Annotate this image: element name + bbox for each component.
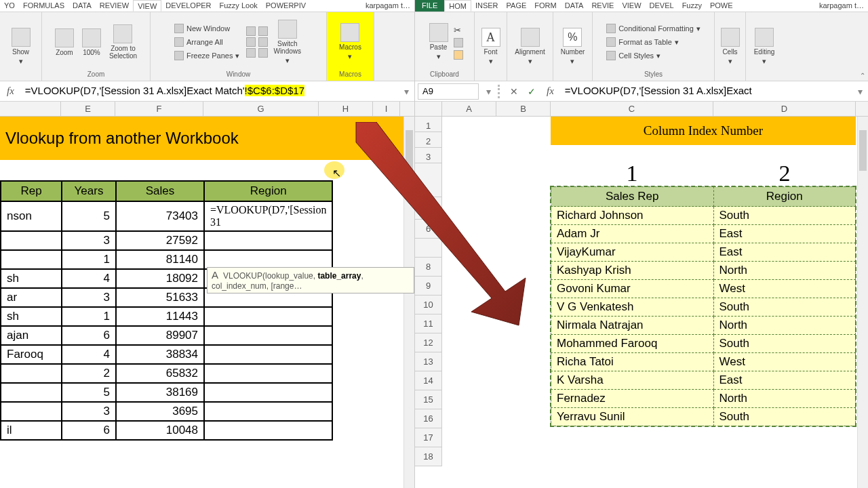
font-button[interactable]: AFont▾ — [479, 26, 503, 67]
cell-region[interactable] — [204, 345, 332, 364]
enter-formula-button[interactable]: ✓ — [525, 86, 538, 97]
number-button[interactable]: %Number▾ — [558, 26, 588, 67]
tab-fuzzy-r[interactable]: Fuzzy — [678, 0, 706, 12]
col-pre[interactable] — [0, 102, 61, 116]
row-num[interactable] — [415, 163, 442, 197]
table-row[interactable]: 33695 — [1, 402, 332, 421]
col-c[interactable]: C — [551, 102, 713, 116]
format-as-table-button[interactable]: Format as Table▾ — [605, 37, 702, 47]
cell-region[interactable] — [204, 421, 332, 440]
editing-button[interactable]: Editing▾ — [751, 26, 778, 67]
tab-data-r[interactable]: DATA — [561, 0, 588, 12]
tab-developer[interactable]: DEVELOPER — [161, 0, 215, 12]
sync-icon[interactable] — [258, 26, 268, 36]
cell-region[interactable] — [204, 307, 332, 326]
zoom-button[interactable]: Zoom — [52, 27, 77, 58]
table-row[interactable]: V G VenkateshSouth — [551, 298, 856, 317]
user-label[interactable]: karpagam t… — [361, 0, 414, 12]
col-d[interactable]: D — [713, 102, 856, 116]
row-num[interactable]: 2 — [415, 132, 442, 148]
row-num[interactable] — [415, 197, 442, 220]
user-label-r[interactable]: karpagam t… — [815, 0, 868, 12]
formula-input-left[interactable]: =VLOOKUP(D7,'[Session 31 A.xlsx]Exact Ma… — [22, 83, 397, 100]
row-num[interactable]: 18 — [415, 447, 442, 466]
tab-view[interactable]: VIEW — [133, 0, 161, 12]
tab-file[interactable]: FILE — [415, 0, 444, 12]
tab-review[interactable]: REVIEW — [96, 0, 133, 12]
row-num[interactable]: 6 — [415, 220, 442, 239]
col-h[interactable]: H — [319, 102, 373, 116]
table-row[interactable]: Yerravu SunilSouth — [551, 408, 856, 426]
new-window-button[interactable]: New Window — [173, 23, 241, 34]
row-num[interactable]: 3 — [415, 148, 442, 163]
split-icon[interactable] — [246, 26, 256, 36]
table-row[interactable]: VijayKumarEast — [551, 243, 856, 262]
row-num[interactable]: 8 — [415, 258, 442, 277]
col-i[interactable]: I — [373, 102, 400, 116]
name-box[interactable] — [418, 83, 479, 100]
sync2-icon[interactable] — [258, 37, 268, 47]
scroll-thumb[interactable] — [406, 130, 413, 171]
table-row[interactable]: 538169 — [1, 383, 332, 402]
table-row[interactable]: Nirmala NatrajanNorth — [551, 317, 856, 335]
table-row[interactable]: Richa TatoiWest — [551, 353, 856, 371]
cell-region[interactable] — [204, 402, 332, 421]
tab-developer-r[interactable]: DEVEL — [646, 0, 678, 12]
table-row[interactable]: sh111443 — [1, 307, 332, 326]
scroll-thumb-r[interactable] — [859, 130, 867, 171]
vertical-scrollbar-right[interactable] — [857, 117, 868, 488]
freeze-panes-button[interactable]: Freeze Panes▾ — [173, 50, 241, 61]
arrange-all-button[interactable]: Arrange All — [173, 37, 241, 47]
tab-view-r[interactable]: VIEW — [618, 0, 645, 12]
cell-region-editing[interactable]: =VLOOKUP(D7,'[Session 31 — [204, 201, 332, 231]
formula-expand[interactable]: ▾ — [401, 86, 412, 97]
select-all-corner[interactable] — [415, 102, 442, 116]
row-num[interactable]: 16 — [415, 409, 442, 428]
fx-button-r[interactable]: fx — [542, 85, 558, 97]
alignment-button[interactable]: Alignment▾ — [512, 26, 547, 67]
table-row[interactable]: FernadezNorth — [551, 390, 856, 408]
tab-home[interactable]: HOM — [444, 0, 471, 12]
sync3-icon[interactable] — [258, 48, 268, 58]
tab-review-r[interactable]: REVIE — [587, 0, 618, 12]
table-row[interactable]: nson573403=VLOOKUP(D7,'[Session 31 — [1, 201, 332, 231]
grid-right[interactable]: 1 2 3 6 8 9 10 11 12 13 14 15 16 17 18 C… — [415, 117, 868, 488]
tab-insert[interactable]: INSER — [471, 0, 502, 12]
cell-region[interactable] — [204, 364, 332, 383]
row-num[interactable]: 9 — [415, 277, 442, 296]
row-num[interactable]: 15 — [415, 390, 442, 409]
tab-data[interactable]: DATA — [68, 0, 96, 12]
cancel-formula-button[interactable]: ✕ — [507, 86, 521, 97]
col-f[interactable]: F — [115, 102, 203, 116]
vertical-scrollbar-left[interactable] — [403, 117, 414, 488]
table-row[interactable]: 265832 — [1, 364, 332, 383]
row-num[interactable]: 17 — [415, 428, 442, 447]
copy-icon[interactable] — [454, 38, 463, 47]
switch-windows-button[interactable]: Switch Windows▾ — [271, 18, 304, 66]
conditional-formatting-button[interactable]: Conditional Formatting▾ — [605, 23, 702, 34]
col-b[interactable]: B — [496, 102, 551, 116]
cell-region[interactable] — [204, 326, 332, 345]
table-row[interactable]: 327592 — [1, 231, 332, 250]
cell-region[interactable] — [204, 383, 332, 402]
zoom-to-selection-button[interactable]: Zoom to Selection — [106, 23, 140, 61]
formula-expand-r[interactable]: ▾ — [854, 86, 865, 97]
lookup-table[interactable]: Sales RepRegion Richard JohnsonSouth Ada… — [551, 186, 856, 426]
hundred-button[interactable]: 100% — [79, 27, 104, 58]
format-painter-icon[interactable] — [454, 50, 463, 60]
table-row[interactable]: Farooq438834 — [1, 345, 332, 364]
tab-yo[interactable]: YO — [0, 0, 19, 12]
row-num[interactable]: 1 — [415, 117, 442, 132]
namebox-dd[interactable]: ▾ — [483, 86, 494, 97]
row-num[interactable]: 14 — [415, 371, 442, 390]
tab-power-r[interactable]: POWE — [706, 0, 737, 12]
macros-button[interactable]: Macros▾ — [336, 22, 364, 62]
col-g[interactable]: G — [203, 102, 319, 116]
tab-powerpivot[interactable]: POWERPIV — [262, 0, 310, 12]
row-num[interactable]: 12 — [415, 333, 442, 352]
cell-styles-button[interactable]: Cell Styles▾ — [605, 50, 702, 61]
table-row[interactable]: Kashyap KrishNorth — [551, 262, 856, 280]
hide-icon[interactable] — [246, 37, 256, 47]
row-num[interactable]: 10 — [415, 296, 442, 314]
show-button[interactable]: Show▾ — [9, 26, 33, 67]
